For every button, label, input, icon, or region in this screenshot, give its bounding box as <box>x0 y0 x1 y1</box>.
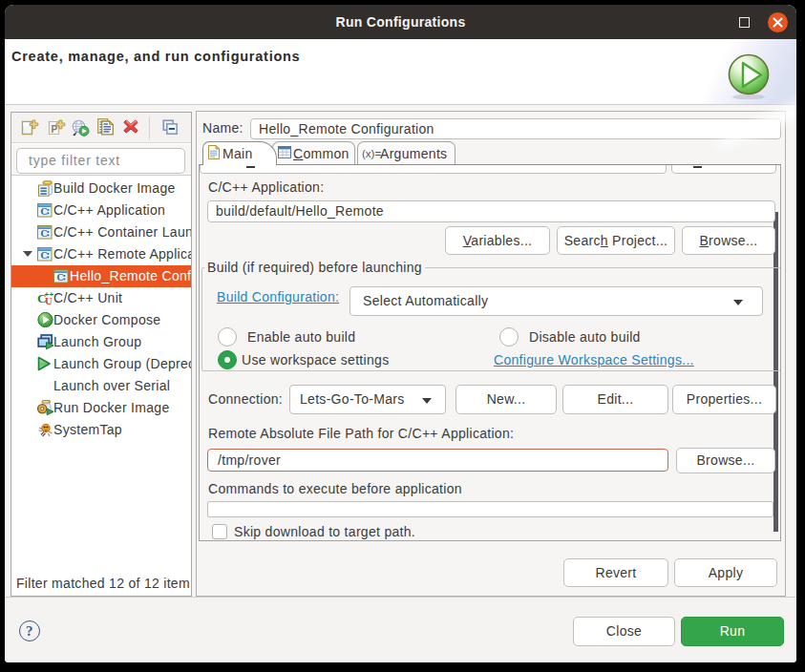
svg-text:++: ++ <box>45 290 53 299</box>
svg-text:C: C <box>41 228 49 239</box>
svg-text:C: C <box>41 206 49 217</box>
svg-text:C: C <box>57 272 65 283</box>
svg-text:C: C <box>41 250 49 261</box>
